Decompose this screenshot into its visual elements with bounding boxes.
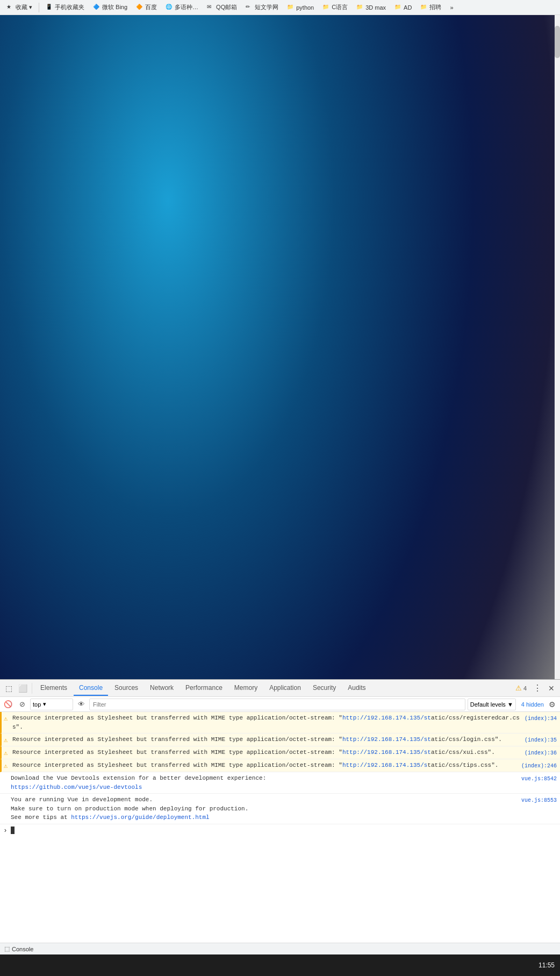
- gear-icon: ⚙: [549, 700, 556, 709]
- tab-performance[interactable]: Performance: [180, 681, 228, 696]
- bookmark-jobs[interactable]: 📁 招聘: [417, 2, 444, 12]
- star-icon: ★: [6, 4, 14, 11]
- bing-icon: 🔷: [93, 4, 100, 11]
- devtools-toolbar: ⬚ ⬜ Elements Console Sources Network: [0, 680, 560, 697]
- tab-elements[interactable]: Elements: [35, 681, 73, 696]
- tab-console[interactable]: Console: [74, 681, 108, 696]
- source-link-5[interactable]: vue.js:8542: [521, 776, 557, 782]
- console-info-1: Download the Vue Devtools extension for …: [0, 772, 560, 794]
- filter-input[interactable]: [89, 699, 465, 710]
- warning-icon-1: ⚠: [4, 714, 8, 724]
- console-prompt-line[interactable]: ›: [0, 824, 560, 837]
- folder-icon-jobs: 📁: [420, 4, 428, 11]
- bookmark-translate[interactable]: 🌐 多语种…: [162, 2, 202, 12]
- page-area: ⬚ ⬜ Elements Console Sources Network: [0, 15, 560, 943]
- folder-icon-python: 📁: [287, 4, 295, 11]
- bookmark-mobile[interactable]: 📱 手机收藏夹: [42, 2, 88, 12]
- console-source-3: (index):36: [525, 749, 557, 757]
- source-link-4[interactable]: (index):246: [521, 763, 557, 769]
- vue-devtools-link[interactable]: https://github.com/vuejs/vue-devtools: [11, 784, 142, 790]
- folder-icon-c: 📁: [322, 4, 330, 11]
- warning-icon-4: ⚠: [4, 761, 8, 771]
- source-link-3[interactable]: (index):36: [525, 750, 557, 756]
- no-filter-button[interactable]: ⊘: [16, 699, 28, 710]
- tab-audits[interactable]: Audits: [342, 681, 371, 696]
- bookmark-divider: [39, 3, 39, 12]
- console-source-4: (index):246: [521, 762, 557, 770]
- folder-icon-3d: 📁: [356, 4, 364, 11]
- vue-deployment-link[interactable]: https://vuejs.org/guide/deployment.html: [71, 814, 209, 821]
- cursor: [11, 827, 15, 834]
- tab-application[interactable]: Application: [264, 681, 306, 696]
- console-text-6: You are running Vue in development mode.…: [11, 795, 518, 822]
- console-settings-button[interactable]: ⚙: [546, 699, 558, 710]
- chevron-down-icon: ▾: [29, 4, 32, 11]
- no-filter-icon: ⊘: [19, 700, 25, 708]
- source-link-6[interactable]: vue.js:8553: [521, 797, 557, 803]
- bookmark-python[interactable]: 📁 python: [284, 3, 317, 12]
- close-icon: ✕: [548, 684, 555, 693]
- devtools-menu-button[interactable]: ⋮: [531, 682, 544, 695]
- eye-icon: 👁: [78, 700, 85, 708]
- status-console-label: ⬚ Console: [4, 945, 33, 952]
- console-warning-4: ⚠ Resource interpreted as Stylesheet but…: [0, 759, 560, 772]
- bookmark-bing[interactable]: 🔷 微软 Bing: [90, 2, 131, 12]
- full-layout: ★ 收藏 ▾ 📱 手机收藏夹 🔷 微软 Bing 🔶 百度 🌐 多语种… ✉ Q…: [0, 0, 560, 976]
- hidden-count-badge: 4 hidden: [521, 701, 544, 708]
- device-toolbar-button[interactable]: ⬜: [16, 682, 29, 695]
- clear-console-button[interactable]: 🚫: [2, 699, 14, 710]
- console-warning-3: ⚠ Resource interpreted as Stylesheet but…: [0, 746, 560, 759]
- context-selector[interactable]: top ▾: [30, 699, 73, 710]
- console-info-2: You are running Vue in development mode.…: [0, 794, 560, 824]
- status-bar: ⬚ Console: [0, 943, 560, 954]
- console-text-1: Resource interpreted as Stylesheet but t…: [12, 714, 521, 731]
- pencil-icon: ✏: [246, 4, 253, 11]
- warning-icon-2: ⚠: [4, 736, 8, 745]
- warning-badge: ⚠ 4: [512, 683, 530, 693]
- warning-icon-3: ⚠: [4, 749, 8, 758]
- tab-security[interactable]: Security: [307, 681, 341, 696]
- translate-icon: 🌐: [166, 4, 173, 11]
- console-link-4[interactable]: http://192.168.174.135/s: [342, 762, 427, 768]
- warning-triangle-icon: ⚠: [515, 684, 522, 692]
- tab-network[interactable]: Network: [145, 681, 179, 696]
- baidu-icon: 🔶: [136, 4, 143, 11]
- bookmarks-bar: ★ 收藏 ▾ 📱 手机收藏夹 🔷 微软 Bing 🔶 百度 🌐 多语种… ✉ Q…: [0, 0, 560, 15]
- scrollbar-thumb[interactable]: [555, 26, 560, 58]
- bookmark-qq-mail[interactable]: ✉ QQ邮箱: [204, 2, 240, 12]
- bookmark-baidu[interactable]: 🔶 百度: [133, 2, 160, 12]
- console-link-1[interactable]: http://192.168.174.135/st: [342, 715, 431, 721]
- tab-memory[interactable]: Memory: [229, 681, 263, 696]
- bookmark-shoucan[interactable]: ★ 收藏 ▾: [3, 2, 35, 12]
- console-source-1: (index):34: [525, 715, 557, 723]
- console-source-6: vue.js:8553: [521, 796, 557, 804]
- bookmark-c-lang[interactable]: 📁 C语言: [319, 2, 351, 12]
- mail-icon: ✉: [207, 4, 214, 11]
- bookmark-3dmax[interactable]: 📁 3D max: [353, 3, 389, 12]
- console-source-2: (index):35: [525, 736, 557, 744]
- console-text-5: Download the Vue Devtools extension for …: [11, 774, 518, 792]
- bookmark-ad[interactable]: 📁 AD: [391, 3, 415, 12]
- devtools-panel: ⬚ ⬜ Elements Console Sources Network: [0, 679, 560, 943]
- console-status-icon: ⬚: [4, 945, 10, 952]
- tab-sources[interactable]: Sources: [109, 681, 143, 696]
- console-source-5: vue.js:8542: [521, 775, 557, 783]
- devtools-close-button[interactable]: ✕: [545, 682, 558, 695]
- eye-button[interactable]: 👁: [75, 699, 87, 710]
- context-chevron-icon: ▾: [43, 701, 46, 708]
- source-link-2[interactable]: (index):35: [525, 737, 557, 743]
- default-levels-selector[interactable]: Default levels ▼: [468, 699, 516, 710]
- console-link-2[interactable]: http://192.168.174.135/st: [342, 736, 431, 743]
- inspect-icon: ⬚: [5, 684, 12, 693]
- console-warning-1: ⚠ Resource interpreted as Stylesheet but…: [0, 712, 560, 733]
- folder-icon-ad: 📁: [394, 4, 402, 11]
- inspect-element-button[interactable]: ⬚: [2, 682, 15, 695]
- bookmark-more[interactable]: »: [447, 3, 456, 12]
- toolbar-divider-1: [32, 683, 32, 694]
- bookmark-literature[interactable]: ✏ 短文学网: [242, 2, 282, 12]
- console-text-4: Resource interpreted as Stylesheet but t…: [12, 761, 518, 770]
- clear-icon: 🚫: [4, 700, 12, 708]
- console-output[interactable]: ⚠ Resource interpreted as Stylesheet but…: [0, 712, 560, 943]
- source-link-1[interactable]: (index):34: [525, 716, 557, 722]
- console-link-3[interactable]: http://192.168.174.135/st: [342, 749, 431, 756]
